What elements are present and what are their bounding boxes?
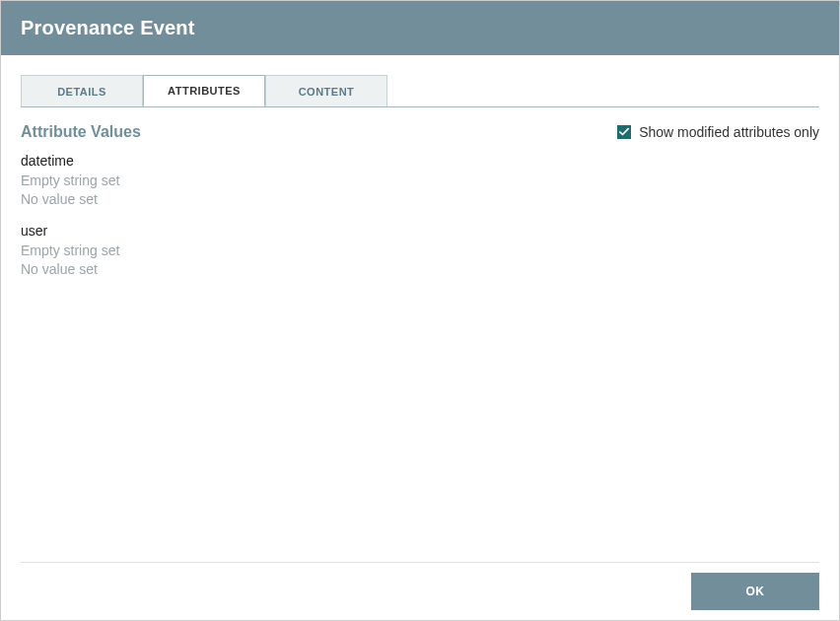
- tab-bar: DETAILS ATTRIBUTES CONTENT: [21, 75, 819, 107]
- tab-content-label: CONTENT: [299, 86, 355, 98]
- checkbox-checked-icon: [617, 125, 631, 139]
- attribute-new-value: No value set: [21, 190, 819, 209]
- dialog-title: Provenance Event: [21, 17, 819, 39]
- provenance-event-dialog: Provenance Event DETAILS ATTRIBUTES CONT…: [0, 0, 840, 621]
- ok-button-label: OK: [746, 585, 765, 598]
- section-title: Attribute Values: [21, 123, 141, 141]
- ok-button[interactable]: OK: [691, 573, 819, 610]
- dialog-footer: OK: [21, 562, 819, 620]
- tab-content[interactable]: CONTENT: [265, 75, 387, 106]
- attribute-item: datetime Empty string set No value set: [21, 151, 819, 209]
- attribute-new-value: No value set: [21, 260, 819, 279]
- attribute-list: datetime Empty string set No value set u…: [21, 151, 819, 279]
- attributes-panel: Attribute Values Show modified attribute…: [21, 107, 819, 562]
- tab-attributes-label: ATTRIBUTES: [168, 85, 241, 97]
- attribute-item: user Empty string set No value set: [21, 221, 819, 279]
- attribute-name: user: [21, 221, 819, 242]
- tab-attributes[interactable]: ATTRIBUTES: [143, 75, 265, 106]
- dialog-header: Provenance Event: [1, 1, 839, 55]
- attribute-name: datetime: [21, 151, 819, 172]
- dialog-body: DETAILS ATTRIBUTES CONTENT Attribute Val…: [1, 55, 839, 562]
- attribute-old-value: Empty string set: [21, 242, 819, 260]
- section-header-row: Attribute Values Show modified attribute…: [21, 123, 819, 141]
- show-modified-only-toggle[interactable]: Show modified attributes only: [617, 124, 819, 140]
- tab-details-label: DETAILS: [57, 86, 106, 98]
- show-modified-only-label: Show modified attributes only: [639, 124, 819, 140]
- attribute-old-value: Empty string set: [21, 172, 819, 190]
- tab-details[interactable]: DETAILS: [21, 75, 143, 106]
